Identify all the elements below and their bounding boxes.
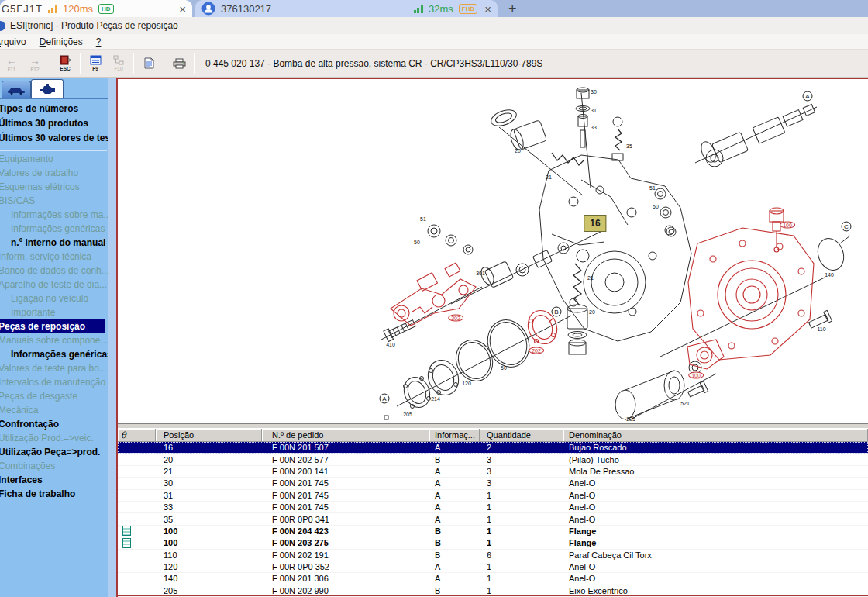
table-row[interactable]: 16F 00N 201 507A2Bujao Roscado: [118, 442, 868, 454]
esc-button[interactable]: ESC: [55, 51, 75, 76]
table-row[interactable]: 33F 00N 201 745A1Anel-O: [118, 502, 868, 513]
cell-order-number: F 00N 203 275: [262, 538, 429, 547]
cell-posicao: 100: [156, 526, 262, 536]
diagram-table-splitter[interactable]: [118, 423, 868, 429]
forward-button[interactable]: → F12: [25, 51, 45, 76]
sidebar-item[interactable]: Confrontação: [0, 417, 108, 431]
diagram-label: 100: [780, 222, 795, 229]
main-panel: 16ACAB2021303133355150301302212041020521…: [116, 78, 868, 597]
column-header-0[interactable]: θ: [118, 429, 156, 441]
column-header-1[interactable]: Posição: [156, 429, 262, 441]
print-button[interactable]: [169, 51, 189, 76]
diagram-label: 100: [688, 372, 704, 379]
cell-posicao: 140: [156, 574, 262, 583]
browser-tab-strip: G5FJ1T 120ms HD × 376130217 32ms FHD × +: [0, 0, 868, 17]
column-header-4[interactable]: Quantidade: [480, 429, 563, 441]
sidebar-item: Valores de trabalho: [0, 166, 108, 180]
column-header-3[interactable]: Informaç...: [429, 429, 480, 441]
cell-denominacao: Anel-O: [563, 502, 868, 512]
diagram-label: 50: [653, 204, 659, 209]
cell-denominacao: Anel-O: [563, 491, 868, 500]
menu-item-arquivo[interactable]: Arquivo: [0, 36, 26, 47]
diagram-label: 521: [680, 401, 690, 406]
diagram-label: 120: [462, 381, 471, 386]
diagram-label: 410: [386, 342, 395, 347]
diagram-label: A: [803, 91, 813, 102]
sidebar-item[interactable]: Ficha de trabalho: [0, 487, 108, 501]
table-row[interactable]: 21F 00N 200 141A3Mola De Pressao: [118, 466, 868, 478]
cell-posicao: 31: [156, 491, 262, 500]
sidebar: Tipos de númerosÚltimos 30 produtosÚltim…: [0, 78, 108, 597]
table-row[interactable]: 140F 00N 201 306A1Anel-O: [118, 573, 868, 585]
cell-posicao: 30: [156, 478, 262, 488]
table-row[interactable]: 31F 00N 201 745A1Anel-O: [118, 490, 868, 502]
cell-informacao: A: [429, 574, 480, 583]
sidebar-item: Aparelho de teste de dia...: [0, 278, 108, 292]
f10-button[interactable]: F10: [108, 51, 129, 76]
diagram-label: 21: [587, 275, 594, 281]
back-button[interactable]: ← F11: [2, 51, 22, 76]
cell-informacao: A: [429, 515, 480, 524]
component-tab[interactable]: [31, 79, 64, 98]
browser-tab-1[interactable]: G5FJ1T 120ms HD ×: [0, 0, 192, 17]
sidebar-item[interactable]: Interfaces: [0, 473, 108, 487]
sidebar-item[interactable]: Peças de reposição: [0, 319, 105, 333]
f9-button[interactable]: F9: [85, 51, 105, 76]
cell-quantidade: 6: [480, 550, 563, 560]
table-row[interactable]: 110F 00N 202 191B6Paraf Cabeça Cil Torx: [118, 550, 868, 561]
pump-component-icon: [39, 84, 56, 95]
sidebar-item: Peças de desgaste: [0, 389, 108, 403]
table-row[interactable]: 35F 00R 0P0 341A1Anel-O: [118, 513, 868, 525]
table-row[interactable]: 205F 00N 202 990B1Eixo Excentrico: [118, 585, 868, 597]
browser-tab-2[interactable]: 376130217 32ms FHD ×: [195, 0, 498, 17]
cell-order-number: F 00R 0P0 352: [262, 562, 429, 571]
cell-order-number: F 00R 0P0 341: [262, 515, 429, 524]
cell-quantidade: 1: [480, 574, 563, 583]
toolbar-separator: [50, 53, 50, 74]
new-tab-button[interactable]: +: [498, 0, 528, 17]
cell-quantidade: 1: [480, 515, 563, 524]
sidebar-item: Intervalos de manutenção: [0, 375, 108, 389]
cell-order-number: F 00N 202 577: [262, 455, 429, 464]
close-tab-icon[interactable]: ×: [179, 3, 186, 15]
sidebar-item[interactable]: Informações genéricas: [0, 347, 108, 361]
sidebar-item: Inform. serviço técnica: [0, 250, 108, 264]
cell-informacao: B: [429, 538, 480, 547]
sidebar-item[interactable]: n.º interno do manual: [0, 236, 108, 250]
diagram-label: 202: [529, 347, 544, 354]
sidebar-quick-item[interactable]: Últimos 30 produtos: [0, 116, 108, 131]
table-row[interactable]: 100F 00N 203 275B1Flange: [118, 537, 868, 549]
toolbar: ← F11 → F12 ESC F9 F10: [0, 50, 868, 78]
table-row[interactable]: 120F 00R 0P0 352A1Anel-O: [118, 561, 868, 573]
menu-bar: ArquivoDefinições?: [0, 34, 868, 50]
exploded-parts-diagram[interactable]: 16ACAB2021303133355150301302212041020521…: [118, 79, 868, 423]
tab-title: G5FJ1T: [2, 3, 43, 15]
diagram-label: 30: [591, 89, 597, 95]
table-row[interactable]: 30F 00N 201 745A3Anel-O: [118, 478, 868, 489]
toolbar-separator: [133, 53, 134, 74]
signal-bars-icon: [48, 5, 57, 13]
user-avatar-icon: [202, 2, 215, 16]
sidebar-item: Valores de teste para bo...: [0, 361, 108, 375]
vehicle-tab[interactable]: [2, 81, 31, 98]
table-row[interactable]: 20F 00N 202 577B3(Pilao) Tucho: [118, 454, 868, 465]
parts-table-body: 16F 00N 201 507A2Bujao Roscado20F 00N 20…: [118, 442, 868, 597]
cell-quantidade: 1: [480, 586, 563, 595]
column-header-5[interactable]: Denominação: [563, 429, 868, 441]
document-button[interactable]: [139, 51, 159, 76]
column-header-2[interactable]: N.º de pedido: [262, 429, 429, 441]
sidebar-item[interactable]: Utilização Peça=>prod.: [0, 445, 108, 459]
diagram-label: 50: [501, 365, 507, 371]
close-tab-icon[interactable]: ×: [484, 3, 491, 15]
diagram-label: 33: [591, 125, 597, 130]
diagram-label: 51: [420, 216, 426, 222]
cell-order-number: F 00N 202 191: [262, 550, 429, 560]
table-row[interactable]: 100F 00N 204 423B1Flange: [118, 526, 868, 537]
menu-item-definies[interactable]: Definições: [40, 36, 83, 47]
sidebar-quick-item[interactable]: Últimos 30 valores de tes...: [0, 131, 108, 146]
diagram-label: 302: [448, 315, 463, 322]
cell-denominacao: Anel-O: [563, 478, 868, 488]
diagram-label[interactable]: 16: [584, 215, 606, 232]
sidebar-quick-item[interactable]: Tipos de números: [0, 102, 108, 116]
menu-item-?[interactable]: ?: [96, 36, 102, 47]
